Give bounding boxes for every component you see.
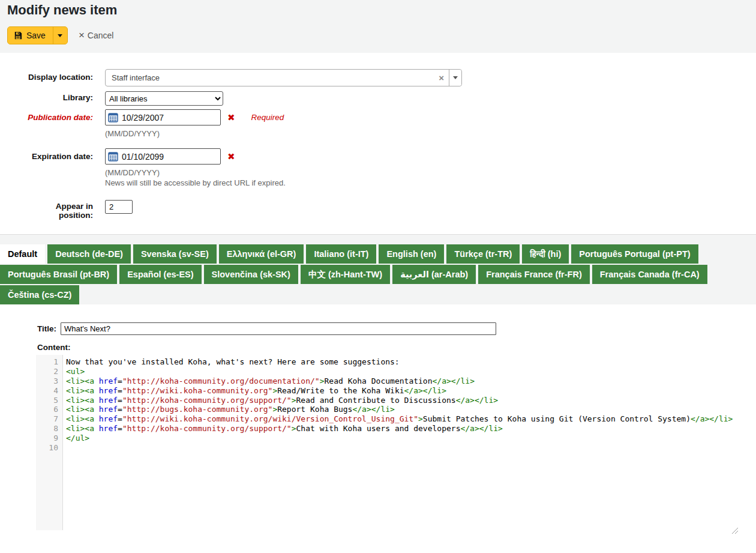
tab-pane-default: Title: Content: 12345678910 Now that you… <box>0 304 756 530</box>
close-icon: × <box>79 31 85 40</box>
x-icon[interactable]: × <box>434 73 449 83</box>
publication-date-row: Publication date: ✖ <box>0 109 756 139</box>
content-label: Content: <box>37 343 756 352</box>
language-tab[interactable]: Français France (fr-FR) <box>478 265 590 284</box>
library-label: Library: <box>0 91 93 102</box>
resize-grip-icon[interactable] <box>730 526 738 534</box>
title-label: Title: <box>37 324 56 333</box>
required-note: Required <box>251 113 284 122</box>
editor-line-numbers: 12345678910 <box>36 355 63 530</box>
language-tab[interactable]: Default <box>0 244 45 264</box>
cancel-label: Cancel <box>88 31 114 40</box>
line-number: 10 <box>36 443 58 453</box>
language-tab[interactable]: English (en) <box>379 244 444 264</box>
language-tab[interactable]: Slovenčina (sk-SK) <box>204 265 298 284</box>
display-location-row: Display location: Staff interface × <box>0 69 756 86</box>
save-button[interactable]: Save <box>8 27 53 44</box>
expiration-date-input[interactable] <box>105 148 221 165</box>
news-item-form: Display location: Staff interface × Libr… <box>0 53 756 234</box>
line-number: 2 <box>36 367 58 376</box>
code-line: <li><a href="http://koha-community.org/s… <box>66 424 739 434</box>
date-format-hint: (MM/DD/YYYY) <box>105 129 284 139</box>
title-row: Title: <box>37 322 756 335</box>
line-number: 3 <box>36 376 58 386</box>
code-line: <li><a href="http://koha-community.org/d… <box>66 376 739 386</box>
code-line: <li><a href="http://koha-community.org/s… <box>66 396 739 405</box>
display-location-value: Staff interface <box>106 73 434 82</box>
language-tabs: DefaultDeutsch (de-DE)Svenska (sv-SE)Ελλ… <box>0 234 756 304</box>
language-tab[interactable]: हिन्दी (hi) <box>522 244 569 264</box>
title-input[interactable] <box>61 322 496 335</box>
expiration-note: News will still be accessible by direct … <box>105 178 286 188</box>
language-tab[interactable]: Deutsch (de-DE) <box>47 244 131 264</box>
code-line: Now that you've installed Koha, what's n… <box>66 357 739 367</box>
library-row: Library: All libraries <box>0 91 756 106</box>
position-label: Appear in position: <box>0 200 93 220</box>
language-tab[interactable]: Čeština (cs-CZ) <box>0 285 79 304</box>
library-select[interactable]: All libraries <box>105 91 223 106</box>
language-tab[interactable]: Español (es-ES) <box>119 265 201 284</box>
code-line: <li><a href="http://wiki.koha-community.… <box>66 414 739 424</box>
language-tab[interactable]: العربية (ar-Arab) <box>392 265 476 284</box>
publication-date-input[interactable] <box>105 109 221 125</box>
language-tab[interactable]: Svenska (sv-SE) <box>133 244 217 264</box>
code-line: <li><a href="http://bugs.koha-community.… <box>66 405 739 414</box>
line-number: 9 <box>36 434 58 443</box>
red-x-icon[interactable]: ✖ <box>227 152 235 161</box>
language-tab[interactable]: Português Portugal (pt-PT) <box>571 244 698 264</box>
expiration-date-row: Expiration date: ✖ <box>0 148 756 188</box>
publication-date-label: Publication date: <box>0 109 93 122</box>
date-format-hint: (MM/DD/YYYY) <box>105 168 286 178</box>
page-header: Modify news item Save × Cancel <box>0 0 756 53</box>
line-number: 8 <box>36 424 58 434</box>
caret-down-icon <box>58 34 62 37</box>
position-input[interactable] <box>105 200 133 214</box>
content-code-editor[interactable]: 12345678910 Now that you've installed Ko… <box>36 355 739 530</box>
language-tab[interactable]: Português Brasil (pt-BR) <box>0 265 117 284</box>
calendar-icon[interactable] <box>108 151 118 162</box>
code-line: </ul> <box>66 434 739 443</box>
editor-code-area[interactable]: Now that you've installed Koha, what's n… <box>63 355 739 530</box>
language-tab[interactable]: Italiano (it-IT) <box>306 244 376 264</box>
code-line <box>66 443 739 453</box>
cancel-link[interactable]: × Cancel <box>79 31 114 40</box>
expiration-date-label: Expiration date: <box>0 148 93 161</box>
display-location-select[interactable]: Staff interface × <box>105 69 462 86</box>
save-button-label: Save <box>26 31 46 40</box>
line-number: 7 <box>36 414 58 424</box>
calendar-icon[interactable] <box>108 112 118 122</box>
language-tab[interactable]: Ελληνικά (el-GR) <box>219 244 304 264</box>
line-number: 1 <box>36 357 58 367</box>
save-split-button: Save <box>7 26 68 44</box>
select-open-button[interactable] <box>449 70 461 86</box>
line-number: 6 <box>36 405 58 414</box>
display-location-label: Display location: <box>0 69 93 82</box>
caret-down-icon <box>453 76 458 79</box>
line-number: 5 <box>36 396 58 405</box>
line-number: 4 <box>36 386 58 396</box>
position-row: Appear in position: <box>0 200 756 220</box>
language-tab[interactable]: Français Canada (fr-CA) <box>592 265 707 284</box>
floppy-disk-icon <box>14 31 22 40</box>
save-dropdown-toggle[interactable] <box>53 27 67 44</box>
toolbar: Save × Cancel <box>0 23 756 44</box>
language-tab[interactable]: 中文 (zh-Hant-TW) <box>301 265 390 284</box>
language-tab[interactable]: Türkçe (tr-TR) <box>446 244 520 264</box>
code-line: <li><a href="http://wiki.koha-community.… <box>66 386 739 396</box>
code-line: <ul> <box>66 367 739 376</box>
page-title: Modify news item <box>0 1 756 23</box>
red-x-icon[interactable]: ✖ <box>227 113 235 122</box>
